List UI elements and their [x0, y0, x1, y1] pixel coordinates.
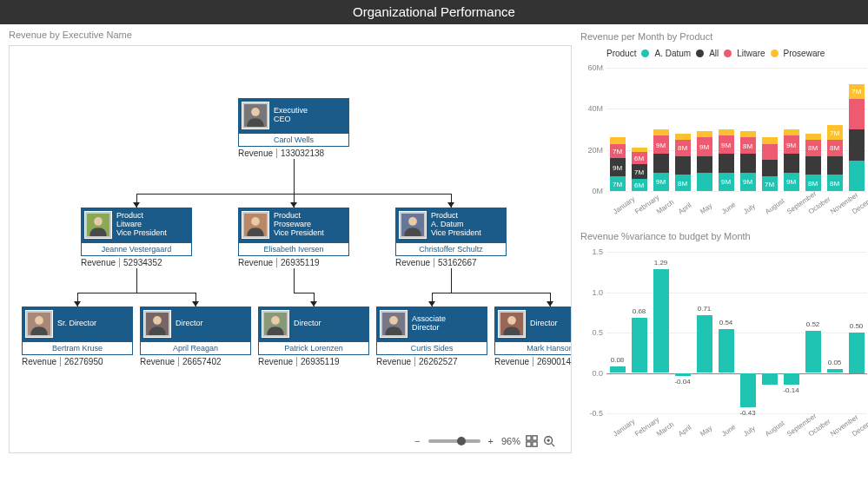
revenue-chart-title: Revenue per Month by Product [580, 31, 859, 42]
fullscreen-icon[interactable] [543, 435, 555, 447]
avatar [25, 310, 53, 338]
variance-bar-november[interactable] [827, 369, 843, 373]
legend-swatch-all [696, 49, 704, 57]
revenue-label: Revenue [81, 258, 120, 267]
revenue-value: 26900140 [537, 357, 572, 366]
node-title: ProductLitwareVice President [116, 212, 167, 238]
bar-march[interactable]: 9M9M [653, 129, 669, 191]
revenue-label: Revenue [238, 148, 277, 158]
org-node-d2[interactable]: Director April Reagan Revenue26657402 [140, 307, 251, 366]
revenue-value: 26935119 [281, 258, 320, 267]
node-name: Curtis Sides [376, 341, 487, 355]
svg-point-9 [35, 316, 43, 325]
legend-item-litware: Litware [737, 49, 765, 58]
svg-point-11 [153, 316, 162, 325]
org-panel: Revenue by Executive Name ExecutiveCEO C… [0, 24, 575, 488]
right-panel: Revenue per Month by Product Product A. … [575, 24, 868, 488]
legend-item-all: All [709, 49, 719, 58]
bar-february[interactable]: 6M7M6M [632, 148, 647, 191]
page-title: Organizational Performance [0, 0, 868, 24]
legend-swatch-proseware [771, 49, 779, 57]
revenue-chart-legend: Product A. Datum All Litware Proseware [606, 49, 825, 58]
revenue-stacked-bar-chart[interactable]: Product A. Datum All Litware Proseware 0… [580, 47, 859, 221]
avatar [84, 211, 112, 239]
fit-to-window-icon[interactable] [526, 435, 538, 447]
org-node-d3[interactable]: Director Patrick Lorenzen Revenue2693511… [258, 307, 369, 366]
bar-april[interactable]: 8M8M [675, 134, 691, 191]
bar-july[interactable]: 8M9M [740, 131, 756, 191]
node-title: AssociateDirector [412, 315, 446, 333]
variance-bar-may[interactable] [697, 315, 712, 373]
zoom-controls: − + 96% [412, 435, 555, 447]
node-name: Elisabeth Iversen [238, 242, 349, 256]
variance-bar-september[interactable] [784, 373, 799, 385]
revenue-label: Revenue [140, 357, 179, 366]
revenue-label: Revenue [258, 357, 297, 366]
variance-bar-january[interactable] [610, 366, 626, 373]
revenue-value: 26935119 [301, 357, 340, 366]
variance-chart-title: Revenue %variance to budget by Month [580, 231, 859, 241]
org-node-vp2[interactable]: ProductProsewareVice President Elisabeth… [238, 208, 349, 267]
node-title: Director [176, 320, 203, 328]
svg-point-1 [251, 108, 260, 116]
avatar [399, 211, 427, 239]
revenue-value: 133032138 [281, 148, 324, 158]
bar-november[interactable]: 7M8M8M [827, 125, 843, 191]
revenue-value: 52934352 [123, 258, 162, 267]
variance-bar-april[interactable] [675, 373, 691, 377]
node-name: Bertram Kruse [22, 341, 133, 355]
avatar [242, 102, 269, 129]
org-node-d4[interactable]: AssociateDirector Curtis Sides Revenue26… [376, 307, 487, 366]
org-node-d1[interactable]: Sr. Director Bertram Kruse Revenue262769… [22, 307, 133, 366]
zoom-slider[interactable] [428, 439, 480, 443]
svg-point-17 [507, 316, 516, 325]
zoom-in-button[interactable]: + [486, 436, 496, 446]
zoom-percent-label: 96% [501, 436, 520, 446]
svg-rect-19 [533, 436, 537, 440]
node-title: ProductProsewareVice President [274, 212, 324, 238]
variance-bar-july[interactable] [740, 373, 756, 408]
node-name: Jeanne Vestergaard [81, 242, 192, 256]
revenue-value: 53162667 [438, 258, 477, 267]
zoom-out-button[interactable]: − [412, 436, 422, 446]
avatar [380, 310, 407, 338]
bar-december[interactable]: 7M [849, 84, 865, 191]
org-node-d5[interactable]: Director Mark Hanson Revenue26900140 [494, 307, 572, 366]
bar-june[interactable]: 9M9M [719, 129, 734, 191]
org-node-ceo[interactable]: ExecutiveCEO Carol Wells Revenue13303213… [238, 98, 349, 158]
svg-point-13 [271, 316, 280, 325]
node-title: ProductA. DatumVice President [431, 212, 481, 238]
revenue-label: Revenue [238, 258, 277, 267]
svg-point-7 [408, 217, 417, 226]
node-name: April Reagan [140, 341, 251, 355]
svg-point-5 [251, 217, 260, 226]
revenue-value: 26657402 [182, 357, 222, 366]
svg-rect-21 [533, 442, 537, 446]
variance-bar-august[interactable] [762, 373, 778, 385]
bar-october[interactable]: 8M8M [805, 134, 821, 191]
legend-label: Product [606, 49, 636, 58]
variance-bar-march[interactable] [653, 269, 669, 373]
node-title: ExecutiveCEO [274, 107, 308, 124]
revenue-value: 26276950 [64, 357, 103, 366]
revenue-label: Revenue [22, 357, 61, 366]
org-chart-area[interactable]: ExecutiveCEO Carol Wells Revenue13303213… [9, 45, 572, 453]
avatar [242, 211, 269, 239]
bar-may[interactable]: 9M [697, 131, 712, 191]
node-title: Director [294, 320, 321, 328]
org-node-vp1[interactable]: ProductLitwareVice President Jeanne Vest… [81, 208, 192, 267]
bar-september[interactable]: 9M9M [784, 129, 799, 191]
variance-bar-june[interactable] [719, 329, 734, 373]
variance-bar-february[interactable] [632, 318, 647, 373]
variance-bar-december[interactable] [849, 333, 865, 373]
bar-january[interactable]: 7M9M7M [610, 137, 626, 191]
revenue-label: Revenue [494, 357, 533, 366]
variance-bar-october[interactable] [805, 331, 821, 373]
node-name: Christoffer Schultz [395, 242, 507, 256]
bar-august[interactable]: 7M [762, 137, 778, 191]
svg-point-15 [389, 316, 398, 325]
variance-bar-chart[interactable]: -0.50.00.51.01.50.08January0.68February1… [580, 247, 859, 443]
node-name: Patrick Lorenzen [258, 341, 369, 355]
node-name: Carol Wells [238, 133, 349, 147]
org-node-vp3[interactable]: ProductA. DatumVice President Christoffe… [395, 208, 507, 267]
